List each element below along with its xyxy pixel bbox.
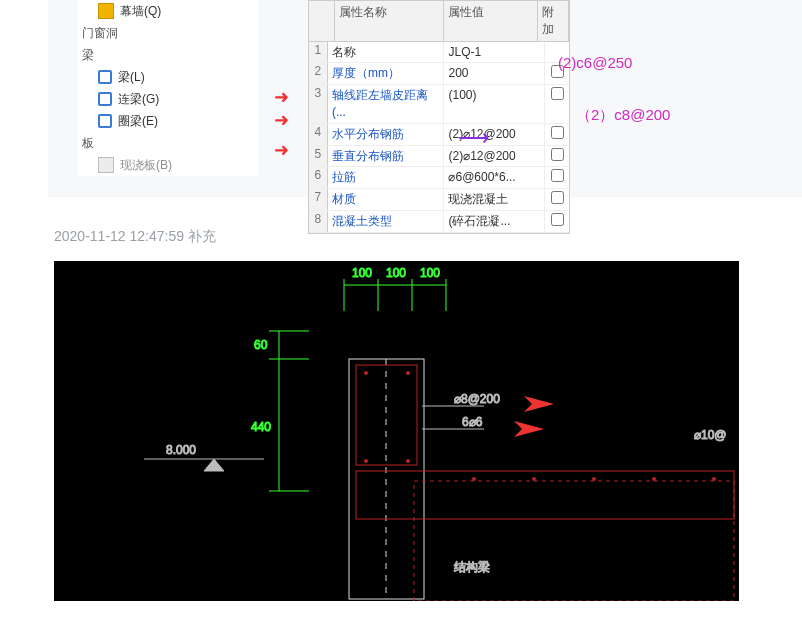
svg-marker-28 xyxy=(514,421,544,437)
rebar-label: ⌀10@ xyxy=(694,428,727,442)
arrow-icon: ⟶ xyxy=(458,123,490,154)
grid-row[interactable]: 5垂直分布钢筋(2)⌀12@200 xyxy=(309,146,569,168)
svg-point-19 xyxy=(406,459,410,463)
tree-item-beam[interactable]: 梁(L) xyxy=(78,66,258,88)
prop-value[interactable]: 现浇混凝土 xyxy=(444,189,545,210)
prop-name: 轴线距左墙皮距离(... xyxy=(328,85,445,123)
rebar-label: ⌀8@200 xyxy=(454,392,500,406)
elev: 8.000 xyxy=(166,443,196,457)
tree-group-beam[interactable]: 梁 xyxy=(78,44,258,66)
dim-60: 60 xyxy=(254,338,268,352)
property-grid: 属性名称 属性值 附加 1名称JLQ-12厚度（mm）2003轴线距左墙皮距离(… xyxy=(308,0,570,234)
prop-extra[interactable] xyxy=(545,146,569,167)
grid-row[interactable]: 1名称JLQ-1 xyxy=(309,42,569,64)
row-number: 2 xyxy=(309,63,328,84)
prop-name: 垂直分布钢筋 xyxy=(328,146,445,167)
dim-100: 100 xyxy=(420,266,440,280)
arrow-icon: ➜ xyxy=(274,138,289,163)
dim-100: 100 xyxy=(352,266,372,280)
row-number: 4 xyxy=(309,124,328,145)
prop-name: 拉筋 xyxy=(328,167,445,188)
cad-drawing: 100 100 100 60 440 8.000 xyxy=(54,261,739,601)
prop-extra[interactable] xyxy=(545,189,569,210)
arrow-icon: ➜ xyxy=(274,108,289,133)
dim-100: 100 xyxy=(386,266,406,280)
col-extra: 附加 xyxy=(538,1,569,41)
prop-value[interactable]: (100) xyxy=(444,85,545,123)
row-number: 1 xyxy=(309,42,328,63)
row-number: 3 xyxy=(309,85,328,123)
tree-group-opening[interactable]: 门窗洞 xyxy=(78,22,258,44)
prop-value[interactable]: 200 xyxy=(444,63,545,84)
grid-row[interactable]: 8混凝土类型(碎石混凝... xyxy=(309,211,569,233)
svg-point-16 xyxy=(364,371,368,375)
annotation-text: （2）c8@200 xyxy=(576,104,670,125)
svg-point-24 xyxy=(712,477,716,481)
beam-label: 结构梁 xyxy=(454,560,490,574)
svg-marker-27 xyxy=(524,396,554,412)
svg-point-20 xyxy=(472,477,476,481)
prop-name: 名称 xyxy=(328,42,445,63)
tree-item-ringbeam[interactable]: 圈梁(E) xyxy=(78,110,258,132)
ringbeam-icon xyxy=(98,114,112,128)
svg-point-21 xyxy=(532,477,536,481)
svg-rect-14 xyxy=(356,471,734,519)
grid-row[interactable]: 7材质现浇混凝土 xyxy=(309,189,569,211)
annotation-text: (2)c6@250 xyxy=(558,52,632,73)
row-number: 7 xyxy=(309,189,328,210)
tree-group-slab[interactable]: 板 xyxy=(78,132,258,154)
prop-name: 水平分布钢筋 xyxy=(328,124,445,145)
prop-extra[interactable] xyxy=(545,167,569,188)
prop-name: 厚度（mm） xyxy=(328,63,445,84)
prop-extra[interactable] xyxy=(545,211,569,232)
tree-label: 圈梁(E) xyxy=(118,113,158,130)
tree-label: 现浇板(B) xyxy=(120,157,172,174)
svg-point-22 xyxy=(592,477,596,481)
svg-rect-13 xyxy=(356,365,417,465)
slab-icon xyxy=(98,157,114,173)
component-tree: 幕墙(Q) 门窗洞 梁 梁(L) 连梁(G) 圈梁(E) 板 现浇板(B) xyxy=(78,0,258,176)
tree-item-linkbeam[interactable]: 连梁(G) xyxy=(78,88,258,110)
grid-row[interactable]: 6拉筋⌀6@600*6... xyxy=(309,167,569,189)
prop-extra[interactable] xyxy=(545,124,569,145)
row-number: 6 xyxy=(309,167,328,188)
col-value: 属性值 xyxy=(444,1,538,41)
grid-row[interactable]: 2厚度（mm）200 xyxy=(309,63,569,85)
grid-header: 属性名称 属性值 附加 xyxy=(309,1,569,42)
svg-rect-15 xyxy=(414,481,734,601)
app-screenshot: 幕墙(Q) 门窗洞 梁 梁(L) 连梁(G) 圈梁(E) 板 现浇板(B) xyxy=(48,0,802,197)
prop-extra[interactable] xyxy=(545,85,569,123)
grid-row[interactable]: 3轴线距左墙皮距离(...(100) xyxy=(309,85,569,124)
wall-icon xyxy=(98,3,114,19)
dim-440: 440 xyxy=(251,420,271,434)
linkbeam-icon xyxy=(98,92,112,106)
tree-label: 梁(L) xyxy=(118,69,145,86)
prop-name: 混凝土类型 xyxy=(328,211,445,232)
row-number: 8 xyxy=(309,211,328,232)
arrow-icon: ➜ xyxy=(274,85,289,110)
prop-name: 材质 xyxy=(328,189,445,210)
prop-value[interactable]: (碎石混凝... xyxy=(444,211,545,232)
grid-row[interactable]: 4水平分布钢筋(2)⌀12@200 xyxy=(309,124,569,146)
beam-icon xyxy=(98,70,112,84)
row-number: 5 xyxy=(309,146,328,167)
svg-point-18 xyxy=(364,459,368,463)
svg-point-23 xyxy=(652,477,656,481)
tree-label: 连梁(G) xyxy=(118,91,159,108)
prop-value[interactable]: JLQ-1 xyxy=(444,42,545,63)
svg-marker-10 xyxy=(204,459,224,471)
tree-label: 幕墙(Q) xyxy=(120,3,161,20)
col-name: 属性名称 xyxy=(335,1,444,41)
rebar-label: 6⌀6 xyxy=(462,415,483,429)
prop-value[interactable]: ⌀6@600*6... xyxy=(444,167,545,188)
svg-point-17 xyxy=(406,371,410,375)
tree-item-slab[interactable]: 现浇板(B) xyxy=(78,154,258,176)
tree-item-curtainwall[interactable]: 幕墙(Q) xyxy=(78,0,258,22)
